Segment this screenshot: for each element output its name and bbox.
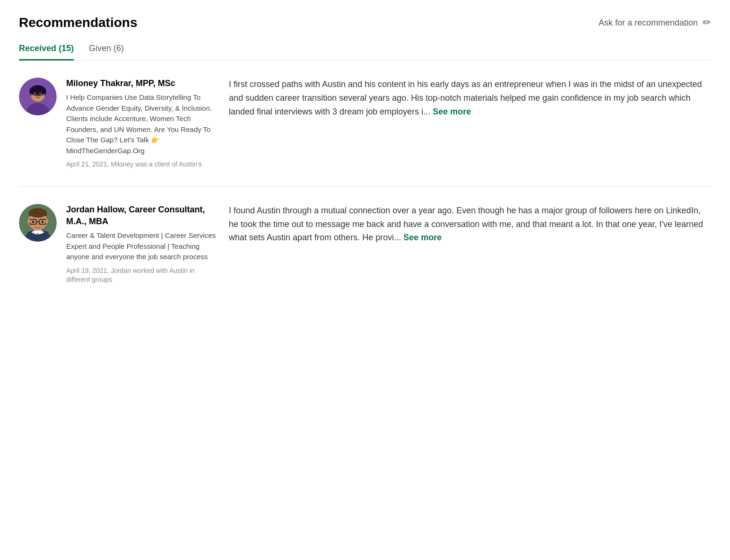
recommendations-section-header: Recommendations Ask for a recommendation… [19,15,711,30]
svg-point-29 [27,219,30,224]
ask-recommendation-label: Ask for a recommendation [599,18,698,28]
svg-point-10 [35,92,36,94]
svg-point-28 [37,224,39,225]
svg-point-12 [37,95,39,96]
recommendation-item: Jordan Hallow, Career Consultant, M.A., … [19,187,711,302]
recommender-details: Miloney Thakrar, MPP, MSc I Help Compani… [66,78,217,169]
recommender-info: Miloney Thakrar, MPP, MSc I Help Compani… [19,78,217,169]
svg-point-6 [30,86,46,96]
recommendation-text: I found Austin through a mutual connecti… [229,204,711,285]
recommender-name: Jordan Hallow, Career Consultant, M.A., … [66,204,217,228]
recommendation-date: April 19, 2021, Jordan worked with Austi… [66,266,217,285]
recommendation-item: Miloney Thakrar, MPP, MSc I Help Compani… [19,61,711,187]
tabs-container: Received (15) Given (6) [19,38,711,61]
recommendations-list: Miloney Thakrar, MPP, MSc I Help Compani… [19,61,711,302]
svg-point-11 [40,92,42,94]
svg-point-27 [42,220,44,223]
ask-recommendation-button[interactable]: Ask for a recommendation ✏ [599,17,711,29]
tab-received[interactable]: Received (15) [19,38,74,61]
svg-point-30 [45,219,48,224]
avatar [19,204,57,242]
section-title: Recommendations [19,15,138,30]
edit-icon: ✏ [703,17,711,29]
recommender-info: Jordan Hallow, Career Consultant, M.A., … [19,204,217,285]
recommendation-date: April 21, 2021, Miloney was a client of … [66,160,217,169]
recommender-details: Jordan Hallow, Career Consultant, M.A., … [66,204,217,285]
recommender-headline: Career & Talent Development | Career Ser… [66,230,217,262]
recommendation-body: I found Austin through a mutual connecti… [229,206,703,243]
recommender-headline: I Help Companies Use Data Storytelling T… [66,92,217,156]
see-more-button[interactable]: See more [403,233,442,242]
avatar [19,78,57,115]
tab-given[interactable]: Given (6) [89,38,124,61]
see-more-button[interactable]: See more [433,107,471,116]
recommendation-text: I first crossed paths with Austin and hi… [229,78,711,169]
svg-point-26 [32,220,35,223]
recommender-name: Miloney Thakrar, MPP, MSc [66,78,217,89]
svg-rect-20 [29,212,47,216]
